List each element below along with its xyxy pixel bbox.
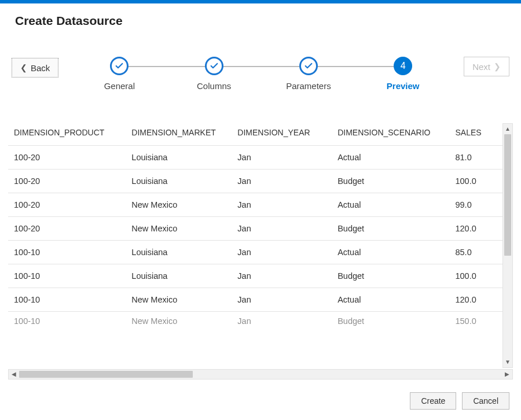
stepper: General Columns Parameters 4 Preview bbox=[76, 57, 446, 91]
scroll-down-icon[interactable]: ▼ bbox=[503, 357, 512, 367]
cell-market: Louisiana bbox=[126, 241, 232, 264]
col-header-product[interactable]: DIMENSION_PRODUCT bbox=[8, 123, 126, 146]
next-button: Next ❯ bbox=[464, 57, 509, 76]
cell-market: New Mexico bbox=[126, 288, 232, 312]
scroll-up-icon[interactable]: ▲ bbox=[503, 124, 512, 134]
table-row[interactable]: 100-20LouisianaJanActual81.0 bbox=[8, 146, 502, 170]
back-button[interactable]: ❮ Back bbox=[12, 58, 58, 78]
back-button-label: Back bbox=[31, 63, 50, 73]
cell-product: 100-20 bbox=[8, 170, 126, 193]
col-header-scenario[interactable]: DIMENSION_SCENARIO bbox=[332, 123, 449, 146]
scroll-thumb[interactable] bbox=[504, 134, 511, 256]
table-row[interactable]: 100-10LouisianaJanActual85.0 bbox=[8, 241, 502, 264]
check-icon bbox=[205, 57, 223, 75]
cell-product: 100-10 bbox=[8, 264, 126, 288]
chevron-right-icon: ❯ bbox=[494, 62, 501, 71]
cell-market: New Mexico bbox=[126, 217, 232, 241]
cell-market: Louisiana bbox=[126, 170, 232, 193]
cell-scenario: Budget bbox=[332, 217, 449, 241]
preview-table: DIMENSION_PRODUCT DIMENSION_MARKET DIMEN… bbox=[8, 123, 502, 326]
step-label: General bbox=[104, 81, 135, 91]
cancel-button[interactable]: Cancel bbox=[462, 392, 509, 410]
cell-product: 100-20 bbox=[8, 193, 126, 217]
cell-year: Jan bbox=[232, 264, 332, 288]
step-preview[interactable]: 4 Preview bbox=[359, 57, 446, 91]
cell-year: Jan bbox=[232, 288, 332, 312]
cell-product: 100-20 bbox=[8, 146, 126, 170]
preview-table-wrapper: DIMENSION_PRODUCT DIMENSION_MARKET DIMEN… bbox=[8, 123, 513, 380]
check-icon bbox=[110, 57, 129, 75]
create-button[interactable]: Create bbox=[410, 392, 456, 410]
table-row[interactable]: 100-10New MexicoJanActual120.0 bbox=[8, 288, 502, 312]
cell-scenario: Actual bbox=[332, 193, 449, 217]
cell-market: New Mexico bbox=[126, 193, 232, 217]
cell-sales: 85.0 bbox=[449, 241, 502, 264]
table-body: 100-20LouisianaJanActual81.0100-20Louisi… bbox=[8, 146, 502, 326]
cell-scenario: Budget bbox=[332, 312, 449, 326]
dialog-header: Create Datasource bbox=[0, 3, 521, 34]
dialog-footer: Create Cancel bbox=[0, 380, 521, 420]
wizard-nav: ❮ Back General Columns Para bbox=[0, 57, 521, 91]
step-parameters[interactable]: Parameters bbox=[265, 57, 352, 91]
cell-market: Louisiana bbox=[126, 146, 232, 170]
vertical-scrollbar[interactable]: ▲ ▼ bbox=[502, 123, 513, 368]
step-label: Parameters bbox=[286, 81, 331, 91]
scroll-left-icon[interactable]: ◀ bbox=[9, 370, 19, 379]
cell-sales: 100.0 bbox=[449, 264, 502, 288]
cell-sales: 120.0 bbox=[449, 217, 502, 241]
cell-product: 100-10 bbox=[8, 288, 126, 312]
table-row[interactable]: 100-10LouisianaJanBudget100.0 bbox=[8, 264, 502, 288]
cell-year: Jan bbox=[232, 217, 332, 241]
scroll-right-icon[interactable]: ▶ bbox=[502, 370, 512, 379]
cell-sales: 120.0 bbox=[449, 288, 502, 312]
cell-sales: 81.0 bbox=[449, 146, 502, 170]
current-step-number: 4 bbox=[394, 57, 412, 75]
horizontal-scrollbar[interactable]: ◀ ▶ bbox=[8, 369, 513, 380]
cell-scenario: Budget bbox=[332, 264, 449, 288]
next-button-label: Next bbox=[472, 62, 490, 72]
step-columns[interactable]: Columns bbox=[171, 57, 258, 91]
cell-year: Jan bbox=[232, 312, 332, 326]
cell-product: 100-10 bbox=[8, 312, 126, 326]
preview-table-viewport: DIMENSION_PRODUCT DIMENSION_MARKET DIMEN… bbox=[8, 123, 502, 368]
cell-year: Jan bbox=[232, 193, 332, 217]
dialog-create-datasource: Create Datasource ❮ Back General Columns bbox=[0, 0, 521, 420]
col-header-market[interactable]: DIMENSION_MARKET bbox=[126, 123, 232, 146]
table-row[interactable]: 100-20New MexicoJanBudget120.0 bbox=[8, 217, 502, 241]
cell-year: Jan bbox=[232, 241, 332, 264]
scroll-thumb[interactable] bbox=[19, 371, 193, 378]
cell-product: 100-20 bbox=[8, 217, 126, 241]
page-title: Create Datasource bbox=[15, 14, 506, 28]
cell-sales: 99.0 bbox=[449, 193, 502, 217]
cell-market: New Mexico bbox=[126, 312, 232, 326]
step-label: Preview bbox=[387, 81, 420, 91]
cell-year: Jan bbox=[232, 170, 332, 193]
table-row[interactable]: 100-10New MexicoJanBudget150.0 bbox=[8, 312, 502, 326]
table-row[interactable]: 100-20New MexicoJanActual99.0 bbox=[8, 193, 502, 217]
chevron-left-icon: ❮ bbox=[20, 63, 27, 72]
step-general[interactable]: General bbox=[76, 57, 163, 91]
cell-market: Louisiana bbox=[126, 264, 232, 288]
cell-scenario: Actual bbox=[332, 241, 449, 264]
cell-scenario: Actual bbox=[332, 288, 449, 312]
col-header-sales[interactable]: SALES bbox=[449, 123, 502, 146]
cell-scenario: Budget bbox=[332, 170, 449, 193]
table-header-row: DIMENSION_PRODUCT DIMENSION_MARKET DIMEN… bbox=[8, 123, 502, 146]
cell-year: Jan bbox=[232, 146, 332, 170]
cell-scenario: Actual bbox=[332, 146, 449, 170]
table-row[interactable]: 100-20LouisianaJanBudget100.0 bbox=[8, 170, 502, 193]
cell-product: 100-10 bbox=[8, 241, 126, 264]
cell-sales: 100.0 bbox=[449, 170, 502, 193]
col-header-year[interactable]: DIMENSION_YEAR bbox=[232, 123, 332, 146]
cell-sales: 150.0 bbox=[449, 312, 502, 326]
step-label: Columns bbox=[197, 81, 231, 91]
check-icon bbox=[299, 57, 318, 75]
